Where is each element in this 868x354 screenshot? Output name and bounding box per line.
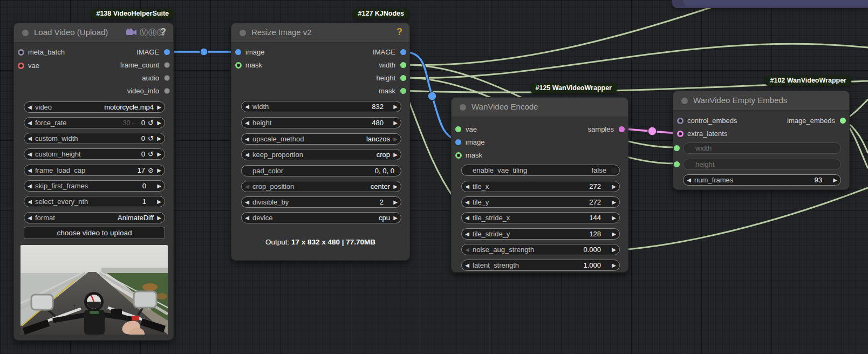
port-dot-mask[interactable] (400, 88, 406, 94)
node-graph-canvas[interactable]: #138 VideoHelperSuite Load Video (Upload… (0, 0, 868, 354)
widget-enable-vae-tiling[interactable]: ◀ enable_vae_tiling false (461, 165, 620, 176)
port-dot-mask[interactable] (455, 152, 462, 159)
widget-num-frames[interactable]: ◀ num_frames 93 ▶ (683, 174, 841, 186)
node-titlebar[interactable]: WanVideo Encode (452, 98, 628, 117)
widget-select-every-nth[interactable]: ◀ select_every_nth 1 ▶ (24, 196, 165, 207)
left-arrow-icon[interactable]: ◀ (242, 149, 252, 160)
left-arrow-icon[interactable]: ◀ (24, 213, 35, 223)
collapse-dot-icon[interactable] (681, 98, 688, 104)
right-arrow-icon[interactable]: ▶ (390, 118, 401, 128)
left-arrow-icon[interactable]: ◀ (242, 134, 252, 144)
left-arrow-icon[interactable]: ◀ (242, 118, 252, 128)
right-arrow-icon[interactable]: ▶ (390, 181, 401, 192)
collapse-dot-icon[interactable] (460, 104, 466, 111)
port-dot-image[interactable] (400, 49, 406, 55)
left-arrow-icon[interactable]: ◀ (242, 101, 252, 112)
video-preview[interactable] (20, 245, 168, 335)
widget-force-rate[interactable]: ◀ force_rate 30← 0 ↺ ▶ (24, 117, 165, 128)
node-titlebar[interactable]: Load Video (Upload) ⓋⒽⓈ ? (14, 23, 173, 43)
collapsed-node-partial[interactable] (672, 0, 868, 8)
node-wanvideo-encode[interactable]: WanVideo Encode vae image mask samples ◀… (451, 97, 628, 273)
widget-tile-stride-x[interactable]: ◀ tile_stride_x 144 ▶ (461, 212, 620, 223)
right-arrow-icon[interactable]: ▶ (609, 229, 619, 239)
widget-tile-stride-y[interactable]: ◀ tile_stride_y 128 ▶ (461, 228, 620, 240)
help-icon[interactable]: ? (397, 26, 402, 38)
reroute-dot[interactable] (428, 92, 436, 100)
port-dot-audio[interactable] (164, 75, 170, 81)
widget-crop-position[interactable]: ◀ crop_position center ▶ (241, 181, 401, 192)
right-arrow-icon[interactable]: ▶ (390, 134, 401, 144)
right-arrow-icon[interactable]: ▶ (154, 133, 165, 144)
right-arrow-icon[interactable]: ▶ (390, 149, 401, 160)
node-empty-embeds[interactable]: WanVideo Empty Embeds control_embeds ext… (673, 91, 850, 190)
right-arrow-icon[interactable]: ▶ (154, 165, 165, 175)
left-arrow-icon[interactable]: ◀ (242, 197, 252, 207)
right-arrow-icon[interactable]: ▶ (390, 197, 401, 207)
node-titlebar[interactable]: Resize Image v2 ? (231, 23, 409, 43)
widget-custom-height[interactable]: ◀ custom_height 0 ↺ ▶ (24, 148, 165, 160)
reroute-dot[interactable] (648, 127, 657, 135)
port-dot-video-info[interactable] (164, 88, 170, 94)
port-dot-width-input[interactable] (674, 145, 680, 151)
widget-skip-first-frames[interactable]: ◀ skip_first_frames 0 ▶ (24, 180, 165, 192)
left-arrow-icon[interactable]: ◀ (24, 118, 35, 128)
reset-icon[interactable]: ↺ (148, 118, 154, 128)
right-arrow-icon[interactable]: ▶ (390, 213, 401, 223)
right-arrow-icon[interactable]: ▶ (609, 181, 619, 192)
right-arrow-icon[interactable]: ▶ (154, 196, 165, 207)
collapse-dot-icon[interactable] (240, 30, 246, 36)
widget-tile-x[interactable]: ◀ tile_x 272 ▶ (461, 181, 620, 192)
right-arrow-icon[interactable]: ▶ (609, 244, 619, 255)
right-arrow-icon[interactable]: ▶ (154, 102, 165, 112)
port-dot-image-embeds[interactable] (840, 118, 846, 124)
left-arrow-icon[interactable]: ◀ (24, 165, 35, 175)
port-dot-image[interactable] (164, 49, 170, 55)
left-arrow-icon[interactable]: ◀ (242, 213, 252, 223)
port-dot-samples[interactable] (619, 126, 625, 132)
widget-height[interactable]: ◀ height 480 ▶ (241, 117, 401, 128)
left-arrow-icon[interactable]: ◀ (462, 213, 473, 223)
widget-frame-load-cap[interactable]: ◀ frame_load_cap 17 ⊘ ▶ (24, 165, 165, 176)
left-arrow-icon[interactable]: ◀ (462, 181, 473, 192)
widget-upscale-method[interactable]: ◀ upscale_method lanczos ▶ (241, 133, 401, 145)
widget-keep-proportion[interactable]: ◀ keep_proportion crop ▶ (241, 149, 401, 160)
port-dot-width[interactable] (400, 62, 406, 68)
left-arrow-icon[interactable]: ◀ (24, 149, 35, 159)
widget-video[interactable]: ◀ video motorcycle.mp4 ▶ (24, 101, 165, 113)
right-arrow-icon[interactable]: ▶ (154, 213, 165, 223)
widget-width[interactable]: ◀ width 832 ▶ (241, 101, 401, 112)
right-arrow-icon[interactable]: ▶ (154, 181, 165, 191)
port-dot-frame-count[interactable] (164, 62, 170, 68)
node-titlebar[interactable]: WanVideo Empty Embeds (673, 91, 849, 111)
widget-latent-strength[interactable]: ◀ latent_strength 1.000 ▶ (461, 260, 620, 271)
left-arrow-icon[interactable]: ◀ (24, 133, 35, 144)
left-arrow-icon[interactable]: ◀ (462, 244, 473, 255)
node-load-video[interactable]: Load Video (Upload) ⓋⒽⓈ ? meta_batch vae… (13, 23, 174, 341)
port-dot-height-input[interactable] (674, 161, 680, 167)
widget-divisible-by[interactable]: ◀ divisible_by 2 ▶ (241, 196, 401, 208)
widget-pad-color[interactable]: ◀ pad_color 0, 0, 0 (241, 165, 401, 176)
port-dot-height[interactable] (400, 75, 406, 81)
port-dot-image[interactable] (455, 139, 461, 145)
right-arrow-icon[interactable]: ▶ (390, 101, 401, 112)
left-arrow-icon[interactable]: ◀ (24, 181, 35, 191)
left-arrow-icon[interactable]: ◀ (462, 197, 473, 207)
widget-custom-width[interactable]: ◀ custom_width 0 ↺ ▶ (24, 133, 165, 144)
disable-icon[interactable]: ⊘ (148, 165, 154, 175)
left-arrow-icon[interactable]: ◀ (24, 196, 35, 207)
reset-icon[interactable]: ↺ (148, 149, 154, 159)
toggle-knob-icon[interactable] (610, 166, 618, 174)
widget-format[interactable]: ◀ format AnimateDiff ▶ (24, 212, 165, 223)
left-arrow-icon[interactable]: ◀ (242, 181, 252, 192)
help-icon[interactable]: ? (160, 26, 166, 38)
right-arrow-icon[interactable]: ▶ (154, 149, 165, 159)
widget-width-converted-input[interactable]: width (683, 142, 841, 154)
node-resize-image[interactable]: Resize Image v2 ? image mask IMAGE width… (231, 23, 410, 261)
right-arrow-icon[interactable]: ▶ (609, 260, 619, 270)
right-arrow-icon[interactable]: ▶ (609, 213, 619, 223)
reset-icon[interactable]: ↺ (148, 133, 154, 144)
reroute-dot[interactable] (200, 48, 208, 56)
left-arrow-icon[interactable]: ◀ (462, 260, 473, 270)
left-arrow-icon[interactable]: ◀ (684, 175, 694, 185)
left-arrow-icon[interactable]: ◀ (24, 102, 35, 112)
